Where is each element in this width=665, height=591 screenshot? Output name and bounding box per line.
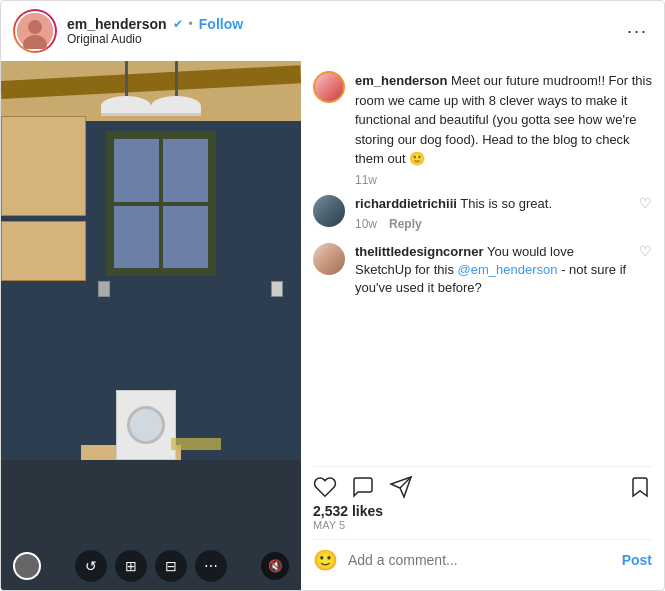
info-button[interactable]: ⊟ — [155, 550, 187, 582]
image-controls: ↺ ⊞ ⊟ ⋯ 🔇 — [1, 550, 301, 582]
header-info: em_henderson ✔ • Follow Original Audio — [67, 16, 623, 46]
comment-1-body: richarddietrichiii This is so great. 10w… — [355, 195, 629, 231]
header-avatar-ring[interactable] — [13, 9, 57, 53]
caption-avatar[interactable] — [313, 71, 345, 103]
svg-point-1 — [28, 20, 42, 34]
comment-1-like-button[interactable]: ♡ — [639, 195, 652, 211]
washer — [116, 390, 176, 460]
comment-input[interactable] — [348, 552, 612, 568]
comment-2-avatar[interactable] — [313, 243, 345, 275]
comment-1: richarddietrichiii This is so great. 10w… — [313, 195, 652, 231]
wall-plug-right — [271, 281, 283, 297]
emoji-button[interactable]: 🙂 — [313, 548, 338, 572]
header-username[interactable]: em_henderson — [67, 16, 167, 32]
caption-content: em_henderson Meet our future mudroom!! F… — [355, 71, 652, 187]
follow-button[interactable]: Follow — [199, 16, 243, 32]
post-image: ↺ ⊞ ⊟ ⋯ 🔇 — [1, 61, 301, 590]
comments-area: richarddietrichiii This is so great. 10w… — [313, 195, 652, 467]
comment-1-reply-button[interactable]: Reply — [389, 217, 422, 231]
verified-icon: ✔ — [173, 17, 183, 31]
pendant-light-1 — [151, 61, 201, 116]
caption-area: em_henderson Meet our future mudroom!! F… — [313, 71, 652, 187]
comment-2-text: thelittledesigncorner You would love Ske… — [355, 243, 629, 298]
comment-post-button[interactable]: Post — [622, 552, 652, 568]
cabinet-top-left — [1, 116, 86, 216]
comment-1-meta: 10w Reply — [355, 217, 629, 231]
comment-1-text: richarddietrichiii This is so great. — [355, 195, 629, 213]
audio-label: Original Audio — [67, 32, 623, 46]
pendant-light-2 — [101, 61, 151, 116]
more-media-button[interactable]: ⋯ — [195, 550, 227, 582]
comment-2-username[interactable]: thelittledesigncorner — [355, 244, 484, 259]
content-area: ↺ ⊞ ⊟ ⋯ 🔇 em_henderson Meet our future m… — [1, 61, 664, 590]
cabinet-mid-left — [1, 221, 86, 281]
comment-1-time: 10w — [355, 217, 377, 231]
media-controls: ↺ ⊞ ⊟ ⋯ — [75, 550, 227, 582]
comment-input-row: 🙂 Post — [313, 539, 652, 580]
mute-button[interactable]: 🔇 — [261, 552, 289, 580]
right-panel: em_henderson Meet our future mudroom!! F… — [301, 61, 664, 590]
likes-count: 2,532 likes — [313, 503, 652, 519]
caption-timestamp: 11w — [355, 173, 652, 187]
share-button[interactable] — [389, 475, 413, 499]
window — [106, 131, 216, 276]
comment-2: thelittledesigncorner You would love Ske… — [313, 243, 652, 298]
gallery-button[interactable]: ⊞ — [115, 550, 147, 582]
like-button[interactable] — [313, 475, 337, 499]
action-bar — [313, 466, 652, 503]
caption-username[interactable]: em_henderson — [355, 73, 447, 88]
dot-separator: • — [189, 17, 193, 31]
wall-plug-left — [98, 281, 110, 297]
caption-text: em_henderson Meet our future mudroom!! F… — [355, 71, 652, 169]
comment-button[interactable] — [351, 475, 375, 499]
comment-2-like-button[interactable]: ♡ — [639, 243, 652, 259]
room-scene: ↺ ⊞ ⊟ ⋯ 🔇 — [1, 61, 301, 590]
post-date: May 5 — [313, 519, 652, 531]
floor-label — [171, 438, 221, 450]
replay-button[interactable]: ↺ — [75, 550, 107, 582]
post-header: em_henderson ✔ • Follow Original Audio ·… — [1, 1, 664, 61]
header-avatar — [17, 13, 53, 49]
user-avatar-bottom[interactable] — [13, 552, 41, 580]
comment-1-avatar[interactable] — [313, 195, 345, 227]
comment-1-username[interactable]: richarddietrichiii — [355, 196, 457, 211]
comment-2-body: thelittledesigncorner You would love Ske… — [355, 243, 629, 298]
more-options-button[interactable]: ··· — [623, 21, 652, 42]
bookmark-button[interactable] — [628, 475, 652, 499]
